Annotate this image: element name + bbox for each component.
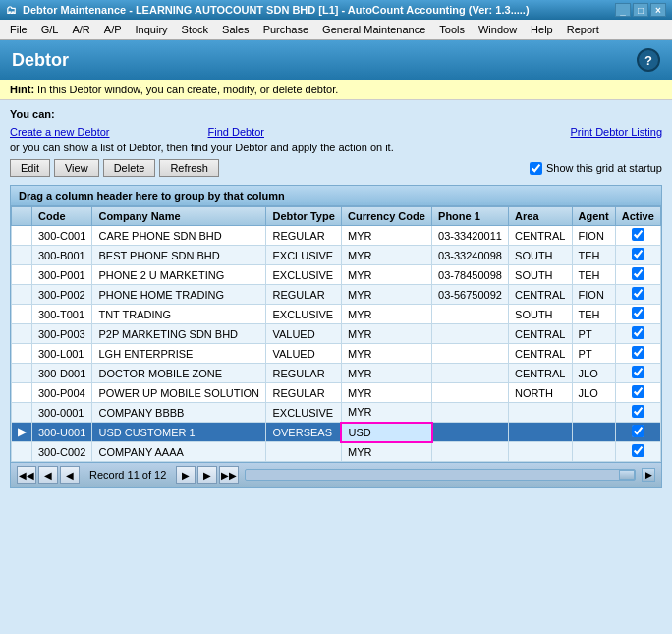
active-checkbox[interactable] bbox=[632, 267, 644, 280]
active-checkbox[interactable] bbox=[632, 307, 644, 319]
show-startup-checkbox[interactable] bbox=[530, 162, 542, 175]
menu-report[interactable]: Report bbox=[561, 22, 605, 37]
cell-currency: MYR bbox=[341, 324, 431, 344]
cell-currency: MYR bbox=[341, 383, 431, 403]
menu-file[interactable]: File bbox=[4, 22, 33, 37]
table-row[interactable]: 300-D001DOCTOR MOBILE ZONEREGULARMYRCENT… bbox=[12, 364, 661, 383]
nav-prev-prev-button[interactable]: ◀ bbox=[38, 466, 58, 484]
menu-general-maintenance[interactable]: General Maintenance bbox=[316, 22, 431, 37]
table-row[interactable]: ▶300-U001USD CUSTOMER 1OVERSEASUSD bbox=[12, 423, 661, 442]
find-debtor-link[interactable]: Find Debtor bbox=[208, 126, 264, 138]
row-indicator bbox=[12, 305, 32, 324]
table-row[interactable]: 300-P004POWER UP MOBILE SOLUTIONREGULARM… bbox=[12, 383, 661, 403]
nav-next-next-button[interactable]: ▶ bbox=[197, 466, 217, 484]
nav-first-button[interactable]: ◀◀ bbox=[17, 466, 36, 484]
cell-area: NORTH bbox=[509, 383, 572, 403]
col-currency[interactable]: Currency Code bbox=[341, 207, 431, 226]
active-checkbox[interactable] bbox=[632, 444, 644, 457]
cell-area bbox=[509, 442, 572, 462]
active-checkbox[interactable] bbox=[632, 425, 644, 437]
col-company[interactable]: Company Name bbox=[92, 207, 266, 226]
cell-company: BEST PHONE SDN BHD bbox=[92, 246, 266, 265]
cell-type: EXCLUSIVE bbox=[266, 305, 342, 324]
table-row[interactable]: 300-C001CARE PHONE SDN BHDREGULARMYR03-3… bbox=[12, 226, 661, 246]
cell-area: CENTRAL bbox=[509, 226, 572, 246]
menu-ar[interactable]: A/R bbox=[66, 22, 95, 37]
table-row[interactable]: 300-L001LGH ENTERPRISEVALUEDMYRCENTRALPT bbox=[12, 344, 661, 364]
refresh-button[interactable]: Refresh bbox=[159, 159, 219, 177]
cell-active bbox=[615, 226, 660, 246]
maximize-button[interactable]: □ bbox=[633, 3, 648, 17]
view-button[interactable]: View bbox=[54, 159, 99, 177]
active-checkbox[interactable] bbox=[632, 326, 644, 339]
cell-agent: JLO bbox=[572, 383, 615, 403]
title-bar-text: 🗂 Debtor Maintenance - LEARNING AUTOCOUN… bbox=[6, 4, 530, 16]
cell-currency: MYR bbox=[341, 364, 431, 383]
nav-scroll-thumb[interactable] bbox=[619, 470, 635, 480]
cell-active bbox=[615, 285, 660, 305]
print-debtor-link[interactable]: Print Debtor Listing bbox=[570, 126, 662, 138]
table-row[interactable]: 300-B001BEST PHONE SDN BHDEXCLUSIVEMYR03… bbox=[12, 246, 661, 265]
menu-stock[interactable]: Stock bbox=[176, 22, 215, 37]
nav-record-label: Record 11 of 12 bbox=[89, 469, 166, 481]
col-active[interactable]: Active bbox=[615, 207, 660, 226]
edit-button[interactable]: Edit bbox=[10, 159, 50, 177]
create-debtor-link[interactable]: Create a new Debtor bbox=[10, 126, 110, 138]
table-row[interactable]: 300-P002PHONE HOME TRADINGREGULARMYR03-5… bbox=[12, 285, 661, 305]
cell-phone: 03-33240098 bbox=[432, 246, 509, 265]
menu-tools[interactable]: Tools bbox=[433, 22, 471, 37]
title-bar-controls[interactable]: _ □ × bbox=[615, 3, 666, 17]
cell-active bbox=[615, 305, 660, 324]
menu-gl[interactable]: G/L bbox=[35, 22, 65, 37]
menu-window[interactable]: Window bbox=[473, 22, 523, 37]
cell-active bbox=[615, 403, 660, 423]
hint-bar: Hint: In this Debtor window, you can cre… bbox=[0, 80, 672, 100]
col-debtor-type[interactable]: Debtor Type bbox=[266, 207, 342, 226]
menu-ap[interactable]: A/P bbox=[98, 22, 128, 37]
active-checkbox[interactable] bbox=[632, 228, 644, 241]
cell-type: REGULAR bbox=[266, 226, 342, 246]
active-checkbox[interactable] bbox=[632, 366, 644, 378]
menu-sales[interactable]: Sales bbox=[216, 22, 255, 37]
cell-area: CENTRAL bbox=[509, 285, 572, 305]
cell-code: 300-U001 bbox=[32, 423, 92, 442]
table-row[interactable]: 300-T001TNT TRADINGEXCLUSIVEMYRSOUTHTEH bbox=[12, 305, 661, 324]
active-checkbox[interactable] bbox=[632, 287, 644, 300]
cell-phone bbox=[432, 383, 509, 403]
menu-bar: File G/L A/R A/P Inquiry Stock Sales Pur… bbox=[0, 20, 672, 40]
nav-prev-button[interactable]: ◀ bbox=[60, 466, 80, 484]
cell-type: OVERSEAS bbox=[266, 423, 342, 442]
menu-help[interactable]: Help bbox=[525, 22, 559, 37]
table-row[interactable]: 300-P001PHONE 2 U MARKETINGEXCLUSIVEMYR0… bbox=[12, 265, 661, 285]
active-checkbox[interactable] bbox=[632, 385, 644, 398]
nav-scroll-right[interactable]: ▶ bbox=[642, 468, 655, 482]
window-header: Debtor ? bbox=[0, 40, 672, 80]
cell-code: 300-P002 bbox=[32, 285, 92, 305]
col-agent[interactable]: Agent bbox=[572, 207, 615, 226]
toolbar: Edit View Delete Refresh Show this grid … bbox=[10, 159, 662, 177]
active-checkbox[interactable] bbox=[632, 346, 644, 359]
cell-active bbox=[615, 423, 660, 442]
delete-button[interactable]: Delete bbox=[103, 159, 156, 177]
active-checkbox[interactable] bbox=[632, 248, 644, 260]
table-row[interactable]: 300-C002COMPANY AAAAMYR bbox=[12, 442, 661, 462]
col-phone[interactable]: Phone 1 bbox=[432, 207, 509, 226]
menu-purchase[interactable]: Purchase bbox=[257, 22, 314, 37]
main-window: Debtor ? Hint: In this Debtor window, yo… bbox=[0, 40, 672, 495]
table-row[interactable]: 300-0001COMPANY BBBBEXCLUSIVEMYR bbox=[12, 403, 661, 423]
col-area[interactable]: Area bbox=[509, 207, 572, 226]
menu-inquiry[interactable]: Inquiry bbox=[130, 22, 174, 37]
close-button[interactable]: × bbox=[650, 3, 666, 17]
cell-currency: MYR bbox=[341, 305, 431, 324]
nav-scrollbar[interactable] bbox=[245, 469, 636, 481]
col-code[interactable]: Code bbox=[32, 207, 92, 226]
nav-last-button[interactable]: ▶▶ bbox=[219, 466, 239, 484]
help-button[interactable]: ? bbox=[637, 48, 660, 72]
minimize-button[interactable]: _ bbox=[615, 3, 631, 17]
table-row[interactable]: 300-P003P2P MARKETING SDN BHDVALUEDMYRCE… bbox=[12, 324, 661, 344]
cell-currency: MYR bbox=[341, 442, 431, 462]
nav-next-button[interactable]: ▶ bbox=[176, 466, 196, 484]
row-indicator bbox=[12, 383, 32, 403]
active-checkbox[interactable] bbox=[632, 405, 644, 418]
cell-type bbox=[266, 442, 342, 462]
